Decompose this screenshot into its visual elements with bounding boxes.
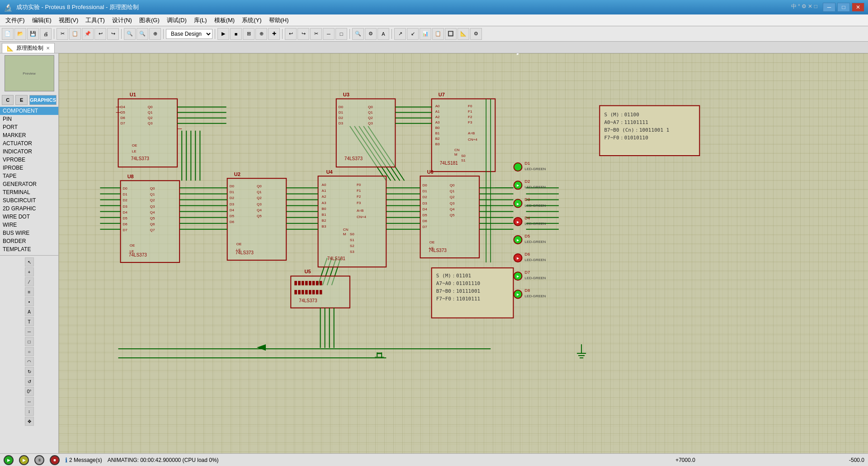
sidebar-item-subcircuit[interactable]: SUBCIRCUIT <box>0 196 58 204</box>
tb-zoom-in[interactable]: 🔍 <box>124 28 136 40</box>
menu-design[interactable]: 设计(N) <box>108 15 136 25</box>
tb-zoom-out[interactable]: 🔍 <box>137 28 148 40</box>
sidebar-item-marker[interactable]: MARKER <box>0 131 58 139</box>
svg-text:D4: D4 <box>230 208 235 212</box>
tool-rotate-cw[interactable]: ↻ <box>25 367 34 376</box>
tool-arc[interactable]: ◠ <box>25 357 34 366</box>
tb-undo[interactable]: ↩ <box>94 28 106 40</box>
sidebar-item-wire[interactable]: WIRE <box>0 221 58 229</box>
tb-netlist[interactable]: 📋 <box>432 28 444 40</box>
menu-tools[interactable]: 工具(T) <box>82 15 108 25</box>
design-dropdown[interactable]: Base Design <box>166 29 212 39</box>
canvas-area[interactable]: 74LS373 U1 D4 D5 D6 D7 Q0 Q1 Q2 Q3 OE LE… <box>59 53 868 453</box>
sidebar-item-port[interactable]: PORT <box>0 123 58 131</box>
svg-text:LED-GREEN: LED-GREEN <box>525 240 546 244</box>
sidebar-item-iprobe[interactable]: IPROBE <box>0 164 58 172</box>
sidebar-tab-c[interactable]: C <box>2 95 14 105</box>
coord-y: -500.0 <box>849 457 864 463</box>
tb-settings[interactable]: ⚙ <box>470 28 482 40</box>
menu-debug[interactable]: 调试(D) <box>163 15 190 25</box>
tb-redo[interactable]: ↪ <box>107 28 119 40</box>
tb-open[interactable]: 📂 <box>14 28 26 40</box>
svg-text:D6: D6 <box>230 220 235 224</box>
tool-rotate-ccw[interactable]: ↺ <box>25 377 34 386</box>
tool-move[interactable]: ✥ <box>25 417 34 426</box>
tool-flip-v[interactable]: ↕ <box>25 407 34 416</box>
tool-wire[interactable]: ∕ <box>25 277 34 286</box>
menu-edit[interactable]: 编辑(E) <box>28 15 55 25</box>
sidebar-tab-e[interactable]: E <box>15 95 27 105</box>
tool-component[interactable]: + <box>25 267 34 276</box>
tb-export[interactable]: ↗ <box>394 28 406 40</box>
menu-system[interactable]: 系统(Y) <box>238 15 265 25</box>
tb-new[interactable]: 📄 <box>2 28 14 40</box>
tb-component[interactable]: □ <box>335 28 347 40</box>
tool-rect[interactable]: □ <box>25 337 34 346</box>
minimize-button[interactable]: ─ <box>823 3 835 12</box>
tb-stop[interactable]: ■ <box>230 28 242 40</box>
tool-text[interactable]: T <box>25 317 34 326</box>
menu-file[interactable]: 文件(F) <box>2 15 28 25</box>
pause-button[interactable]: ⏸ <box>34 455 44 465</box>
sidebar-item-border[interactable]: BORDER <box>0 237 58 245</box>
tb-import[interactable]: ↙ <box>407 28 419 40</box>
maximize-button[interactable]: □ <box>837 3 850 12</box>
sidebar-item-terminal[interactable]: TERMINAL <box>0 188 58 196</box>
menu-help[interactable]: 帮助(H) <box>265 15 292 25</box>
sidebar-item-tape[interactable]: TAPE <box>0 172 58 180</box>
sidebar-item-template[interactable]: TEMPLATE <box>0 245 58 253</box>
menu-library[interactable]: 库(L) <box>190 15 211 25</box>
tab-close-button[interactable]: ✕ <box>46 46 50 51</box>
tb-bom[interactable]: 📊 <box>420 28 431 40</box>
sidebar-item-component[interactable]: COMPONENT <box>0 107 58 115</box>
tab-schematic[interactable]: 📐 原理图绘制 ✕ <box>2 43 55 53</box>
sidebar-item-actuator[interactable]: ACTUATOR <box>0 139 58 147</box>
tool-bus[interactable]: ≡ <box>25 287 34 296</box>
tool-select[interactable]: ↖ <box>25 257 34 266</box>
tool-label[interactable]: A <box>25 307 34 316</box>
tb-cut[interactable]: ✂ <box>57 28 68 40</box>
tb-undo2[interactable]: ↩ <box>285 28 297 40</box>
sidebar-item-indicator[interactable]: INDICATOR <box>0 147 58 156</box>
tool-circle[interactable]: ○ <box>25 347 34 356</box>
tb-print[interactable]: 🖨 <box>40 28 52 40</box>
sidebar-item-wire-dot[interactable]: WIRE DOT <box>0 213 58 221</box>
sidebar-item-bus-wire[interactable]: BUS WIRE <box>0 229 58 237</box>
sidebar-item-generator[interactable]: GENERATOR <box>0 180 58 188</box>
tb-copy[interactable]: 📋 <box>69 28 81 40</box>
sidebar-tab-graphics[interactable]: GRAPHICS <box>29 95 57 105</box>
tb-paste[interactable]: 📌 <box>82 28 94 40</box>
menu-template[interactable]: 模板(M) <box>211 15 239 25</box>
tool-junction[interactable]: • <box>25 297 34 306</box>
play-pause-button[interactable]: ▶ <box>19 455 29 465</box>
tb-save[interactable]: 💾 <box>27 28 39 40</box>
tool-line[interactable]: ─ <box>25 327 34 336</box>
tb-del[interactable]: ✂ <box>310 28 322 40</box>
tb-origin[interactable]: ⊕ <box>255 28 267 40</box>
play-button[interactable]: ▶ <box>4 455 14 465</box>
menu-view[interactable]: 视图(V) <box>55 15 82 25</box>
sidebar-item-vprobe[interactable]: VPROBE <box>0 156 58 164</box>
tb-run[interactable]: ▶ <box>217 28 229 40</box>
tb-zoom-fit[interactable]: ⊕ <box>149 28 161 40</box>
tb-annotate[interactable]: A <box>377 28 389 40</box>
tb-pcb[interactable]: 🔲 <box>445 28 457 40</box>
sidebar-item-pin[interactable]: PIN <box>0 115 58 123</box>
sidebar-item-2d-graphic[interactable]: 2D GRAPHIC <box>0 204 58 213</box>
svg-text:D2: D2 <box>339 116 344 120</box>
tb-redo2[interactable]: ↪ <box>297 28 309 40</box>
tb-grid[interactable]: ⊞ <box>243 28 255 40</box>
tb-prop[interactable]: ⚙ <box>365 28 377 40</box>
tool-flip-h[interactable]: ↔ <box>25 397 34 406</box>
tb-wire[interactable]: ─ <box>323 28 335 40</box>
stop-button[interactable]: ■ <box>50 455 60 465</box>
tb-rule[interactable]: 📐 <box>458 28 469 40</box>
tool-angle[interactable]: 0° <box>25 387 34 396</box>
svg-text:D6: D6 <box>525 252 530 257</box>
tb-marker[interactable]: ✚ <box>268 28 280 40</box>
close-button[interactable]: ✕ <box>852 3 864 12</box>
svg-text:D7: D7 <box>525 270 530 275</box>
svg-text:Q4: Q4 <box>150 210 155 214</box>
tb-search[interactable]: 🔍 <box>352 28 364 40</box>
menu-chart[interactable]: 图表(G) <box>136 15 163 25</box>
